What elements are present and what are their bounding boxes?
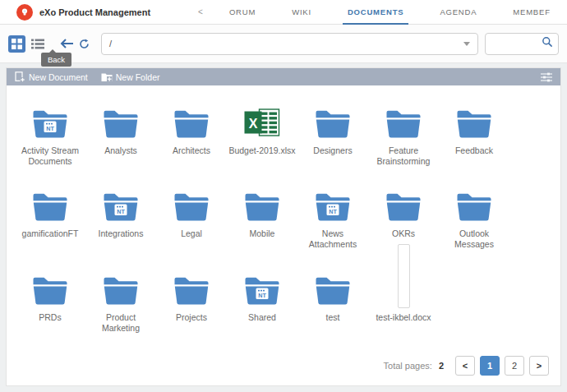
nav-item-wiki[interactable]: WIKI xyxy=(287,0,316,25)
refresh-icon xyxy=(79,39,90,49)
item-icon xyxy=(173,185,210,221)
item-icon xyxy=(385,185,422,221)
document-item[interactable]: PRDs xyxy=(15,269,85,334)
document-item[interactable]: Legal xyxy=(156,185,227,250)
document-item[interactable]: NT News Attachments xyxy=(297,185,368,250)
document-item[interactable]: Analysts xyxy=(85,102,156,167)
documents-app: eXo Product Management < ORUMWIKIDOCUMEN… xyxy=(0,0,567,392)
document-item[interactable]: Projects xyxy=(156,269,227,334)
lightbulb-icon xyxy=(20,7,30,17)
document-item[interactable]: Mobile xyxy=(227,185,297,250)
document-search-input[interactable] xyxy=(491,39,542,48)
page-button-2[interactable]: 2 xyxy=(505,356,524,376)
new-folder-button[interactable]: New Folder xyxy=(101,71,160,82)
list-view-icon xyxy=(31,39,44,49)
item-label: PRDs xyxy=(39,312,61,323)
document-item[interactable]: test xyxy=(297,269,368,334)
exo-logo[interactable] xyxy=(16,4,33,21)
folder-icon xyxy=(31,190,69,221)
item-icon: NT xyxy=(31,102,69,138)
folder-nt-icon: NT xyxy=(314,190,352,221)
new-document-icon xyxy=(15,71,25,82)
item-label: Architects xyxy=(173,145,210,156)
folder-nt-icon: NT xyxy=(243,274,281,305)
item-label: OKRs xyxy=(392,228,415,239)
item-icon xyxy=(173,269,210,305)
nav-item-agenda[interactable]: AGENDA xyxy=(435,0,482,25)
document-item[interactable]: Feedback xyxy=(439,102,509,167)
new-folder-label: New Folder xyxy=(116,72,160,82)
folder-nt-icon: NT xyxy=(31,107,69,138)
item-icon xyxy=(314,269,352,305)
view-settings-icon[interactable] xyxy=(541,72,552,82)
svg-text:NT: NT xyxy=(46,125,54,132)
item-label: Mobile xyxy=(250,228,275,239)
document-item[interactable]: Designers xyxy=(297,102,368,167)
folder-icon xyxy=(455,107,493,138)
folder-icon xyxy=(455,190,493,221)
new-document-button[interactable]: New Document xyxy=(15,71,88,82)
item-icon: NT xyxy=(243,269,281,305)
item-label: test xyxy=(326,312,340,323)
document-item[interactable]: NT Shared xyxy=(227,269,297,334)
item-label: Product Marketing xyxy=(86,312,155,334)
nav-scroll-left-icon[interactable]: < xyxy=(190,7,211,16)
grid-view-icon xyxy=(12,39,22,49)
actions-bar: New Document New Folder xyxy=(7,68,560,85)
document-item[interactable]: Architects xyxy=(156,102,227,167)
item-label: Feature Brainstorming xyxy=(369,145,438,167)
icon-view-toggle[interactable] xyxy=(8,35,25,53)
new-folder-icon xyxy=(101,71,113,82)
folder-icon xyxy=(102,274,140,305)
nav-item-membef[interactable]: MEMBEF xyxy=(508,0,555,25)
document-search-icon[interactable] xyxy=(542,36,553,51)
item-label: Legal xyxy=(181,228,202,239)
doc-file-thumbnail xyxy=(398,244,410,308)
folder-icon xyxy=(173,274,210,305)
folder-icon xyxy=(102,107,140,138)
refresh-button[interactable] xyxy=(79,39,90,49)
document-item[interactable]: test-ikbel.docx xyxy=(368,269,439,334)
svg-text:NT: NT xyxy=(258,292,266,299)
document-item[interactable]: gamificationFT xyxy=(15,185,85,250)
documents-toolbar: / Back xyxy=(0,25,567,63)
item-icon xyxy=(398,269,410,305)
back-tooltip: Back xyxy=(41,53,71,67)
document-item[interactable]: Outlook Messages xyxy=(439,185,509,250)
page-button-1[interactable]: 1 xyxy=(480,356,500,376)
list-view-toggle[interactable] xyxy=(31,39,44,49)
item-label: News Attachments xyxy=(298,228,367,250)
document-item[interactable]: OKRs xyxy=(368,185,439,250)
documents-grid: NT Activity Stream Documents Analysts Ar… xyxy=(7,85,560,334)
item-icon xyxy=(173,102,210,138)
item-icon xyxy=(243,185,281,221)
document-item[interactable]: Feature Brainstorming xyxy=(368,102,439,167)
item-icon xyxy=(31,269,69,305)
item-label: gamificationFT xyxy=(22,228,79,239)
folder-icon xyxy=(173,190,210,221)
nav-item-documents[interactable]: DOCUMENTS xyxy=(343,0,408,25)
documents-panel: New Document New Folder xyxy=(6,67,561,386)
space-title: eXo Product Management xyxy=(39,7,150,17)
nav-item-orum[interactable]: ORUM xyxy=(224,0,260,25)
item-label: Analysts xyxy=(104,145,137,156)
next-page-button[interactable]: > xyxy=(529,356,549,376)
item-icon: NT xyxy=(102,185,140,221)
item-label: Designers xyxy=(313,145,352,156)
chevron-down-icon[interactable] xyxy=(463,42,470,46)
back-arrow-icon xyxy=(59,38,74,49)
document-item[interactable]: NT Activity Stream Documents xyxy=(15,102,85,167)
svg-text:NT: NT xyxy=(117,209,125,216)
document-item[interactable]: Product Marketing xyxy=(85,269,156,334)
item-label: Shared xyxy=(248,312,276,323)
folder-nt-icon: NT xyxy=(102,190,140,221)
item-icon xyxy=(455,185,493,221)
breadcrumb-path-input[interactable]: / xyxy=(101,33,478,55)
item-icon xyxy=(31,185,69,221)
document-item[interactable]: NT Integrations xyxy=(85,185,156,250)
svg-text:X: X xyxy=(249,117,258,131)
back-button[interactable] xyxy=(59,38,74,49)
prev-page-button[interactable]: < xyxy=(455,356,475,376)
document-item[interactable]: X Budget-2019.xlsx xyxy=(227,102,297,167)
folder-icon xyxy=(314,107,352,138)
